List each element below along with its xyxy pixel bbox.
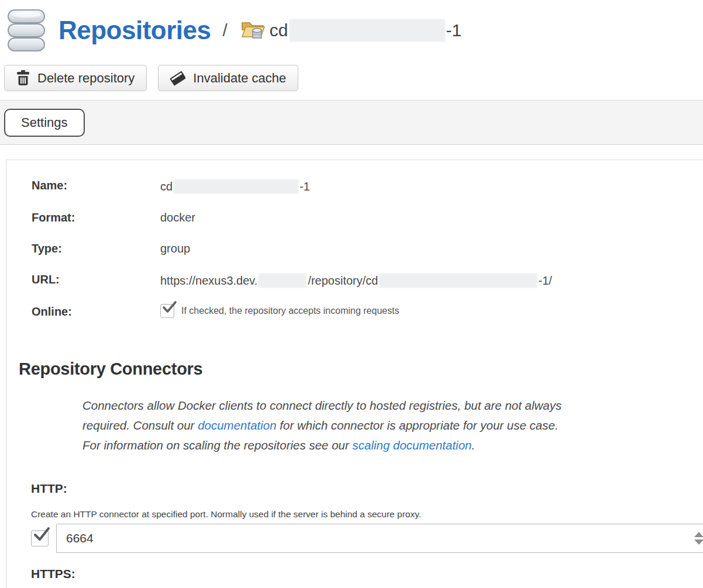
eraser-icon <box>170 71 185 86</box>
http-enabled-checkbox[interactable] <box>31 530 49 547</box>
field-row-type: Type: group <box>32 242 675 256</box>
http-port-input[interactable] <box>56 524 703 553</box>
stepper-up-icon[interactable] <box>694 532 703 537</box>
http-connector-help: Create an HTTP connector at specified po… <box>31 509 421 520</box>
field-row-format: Format: docker <box>32 211 675 225</box>
repository-toolbar: Delete repository Invalidate cache <box>4 65 298 91</box>
connectors-description: Connectors allow Docker clients to conne… <box>82 396 577 455</box>
format-value: docker <box>160 211 195 224</box>
field-row-url: URL: https://nexus3.dev./repository/cd-1… <box>32 273 675 288</box>
stepper-down-icon[interactable] <box>694 539 703 545</box>
breadcrumb-separator: / <box>223 20 228 40</box>
page-header: Repositories / cd-1 <box>6 7 461 54</box>
settings-panel: Name: cd-1 Format: docker Type: group UR… <box>6 160 703 588</box>
https-connector-label: HTTPS: <box>31 567 75 581</box>
type-label: Type: <box>32 242 160 255</box>
delete-repository-button[interactable]: Delete repository <box>4 65 147 91</box>
scaling-documentation-link[interactable]: scaling documentation <box>352 438 471 452</box>
name-label: Name: <box>32 179 160 192</box>
redacted-name-block <box>289 19 446 42</box>
name-value-suffix: -1 <box>299 180 310 193</box>
http-connector-row <box>31 524 703 553</box>
trash-icon <box>16 70 30 86</box>
repository-folder-icon <box>240 19 265 42</box>
format-label: Format: <box>32 211 160 224</box>
online-value: If checked, the repository accepts incom… <box>160 304 399 318</box>
online-label: Online: <box>32 305 160 319</box>
redacted-name-block <box>378 273 537 288</box>
redacted-domain-block <box>258 273 307 288</box>
url-part-suffix: -1/ <box>538 274 552 287</box>
description-text-3: . <box>471 438 475 452</box>
redacted-name-block <box>173 179 299 194</box>
port-stepper[interactable] <box>694 532 703 545</box>
tab-strip: Settings <box>0 100 703 145</box>
repository-connectors-heading: Repository Connectors <box>19 359 202 379</box>
documentation-link[interactable]: documentation <box>198 418 276 432</box>
tab-settings-label: Settings <box>21 115 68 130</box>
invalidate-cache-button[interactable]: Invalidate cache <box>158 65 298 91</box>
check-icon <box>162 300 177 314</box>
database-icon <box>6 9 47 52</box>
check-icon <box>33 527 50 543</box>
invalidate-cache-label: Invalidate cache <box>193 71 286 86</box>
page-title[interactable]: Repositories <box>58 16 211 45</box>
crumb-suffix: -1 <box>446 20 462 40</box>
name-value: cd-1 <box>160 179 310 194</box>
online-checkbox[interactable] <box>160 304 174 318</box>
field-row-online: Online: If checked, the repository accep… <box>32 305 675 319</box>
breadcrumb-repository-name: cd-1 <box>270 19 461 42</box>
type-value: group <box>160 242 190 255</box>
url-label: URL: <box>32 273 160 286</box>
online-help-text: If checked, the repository accepts incom… <box>181 306 399 316</box>
url-part-host: https://nexus3.dev. <box>160 274 257 287</box>
http-port-field-wrap <box>56 524 703 553</box>
delete-repository-label: Delete repository <box>37 71 135 86</box>
name-value-prefix: cd <box>160 180 173 193</box>
http-connector-label: HTTP: <box>31 482 67 496</box>
field-row-name: Name: cd-1 <box>32 179 675 194</box>
repository-info-fields: Name: cd-1 Format: docker Type: group UR… <box>32 179 675 336</box>
crumb-prefix: cd <box>270 20 288 40</box>
url-part-path: /repository/cd <box>308 274 378 287</box>
url-value: https://nexus3.dev./repository/cd-1/ <box>160 273 552 288</box>
tab-settings[interactable]: Settings <box>4 109 85 137</box>
